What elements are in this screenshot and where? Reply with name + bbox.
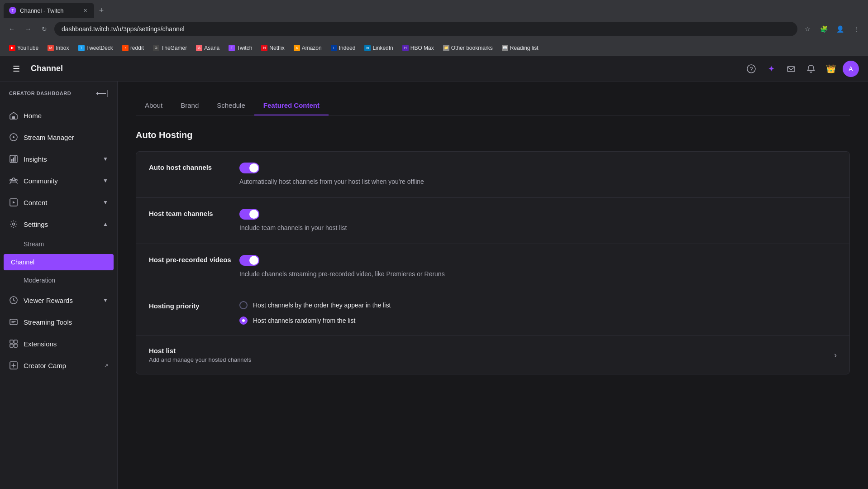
host-prerecorded-row: Host pre-recorded videos Include channel… (136, 244, 849, 290)
help-icon[interactable]: ? (743, 61, 759, 77)
bookmark-netflix[interactable]: N Netflix (258, 43, 288, 53)
sparks-icon[interactable]: ✦ (763, 61, 779, 77)
hosting-priority-content: Host channels by the order they appear i… (239, 301, 837, 325)
host-team-channels-toggle[interactable] (239, 209, 259, 220)
content-area: About Brand Schedule Featured Content (118, 82, 868, 389)
extensions-icon (9, 339, 18, 348)
bookmark-youtube[interactable]: ▶ YouTube (5, 43, 42, 53)
bookmark-linkedin[interactable]: in LinkedIn (361, 43, 396, 53)
tab-close-button[interactable]: ✕ (81, 7, 89, 14)
indeed-favicon: i (331, 45, 337, 51)
sidebar-item-content[interactable]: Content ▼ (0, 192, 117, 213)
avatar[interactable]: A (843, 61, 859, 77)
hosting-priority-radio-group: Host channels by the order they appear i… (239, 301, 837, 325)
crown-icon[interactable]: 👑 (823, 61, 839, 77)
address-input[interactable]: dashboard.twitch.tv/u/3pps/settings/chan… (54, 22, 797, 36)
sidebar-item-viewer-rewards[interactable]: Viewer Rewards ▼ (0, 289, 117, 311)
sidebar-item-creator-camp[interactable]: Creator Camp ↗ (0, 355, 117, 376)
tab-brand[interactable]: Brand (172, 96, 208, 115)
host-list-row[interactable]: Host list Add and manage your hosted cha… (136, 336, 849, 374)
sidebar-item-label-home: Home (24, 112, 42, 120)
twitch-favicon: T (229, 45, 235, 51)
sidebar-item-label-streaming-tools: Streaming Tools (24, 318, 72, 326)
settings-expand-arrow: ▲ (103, 221, 108, 227)
bookmark-twitch[interactable]: T Twitch (225, 43, 256, 53)
sidebar-subitem-moderation[interactable]: Moderation (0, 271, 117, 289)
sidebar-item-community[interactable]: Community ▼ (0, 170, 117, 192)
auto-host-channels-description: Automatically host channels from your ho… (239, 177, 837, 187)
bookmark-tweetdeck[interactable]: T TweetDeck (75, 43, 117, 53)
bookmark-indeed[interactable]: i Indeed (327, 43, 359, 53)
address-bar: ← → ↻ dashboard.twitch.tv/u/3pps/setting… (0, 18, 868, 40)
viewer-rewards-icon (9, 296, 18, 305)
bookmark-inbox[interactable]: M Inbox (44, 43, 72, 53)
bookmark-thegamer[interactable]: G TheGamer (149, 43, 191, 53)
browser-chrome: T Channel - Twitch ✕ + ← → ↻ dashboard.t… (0, 0, 868, 56)
host-prerecorded-toggle[interactable] (239, 255, 259, 266)
sidebar-item-extensions[interactable]: Extensions (0, 333, 117, 355)
svg-point-14 (13, 223, 15, 225)
sidebar-item-settings[interactable]: Settings ▲ (0, 213, 117, 235)
youtube-favicon: ▶ (9, 45, 15, 51)
avatar-initial: A (849, 65, 853, 72)
svg-rect-9 (14, 156, 16, 162)
host-prerecorded-label: Host pre-recorded videos (149, 255, 239, 264)
radio-item-order[interactable]: Host channels by the order they appear i… (239, 301, 837, 309)
app-layout: ☰ Channel ? ✦ 👑 A (0, 56, 868, 489)
toggle-track-team (239, 209, 259, 220)
host-team-channels-description: Include team channels in your host list (239, 223, 837, 233)
sidebar-item-streaming-tools[interactable]: Streaming Tools (0, 311, 117, 333)
radio-item-random[interactable]: Host channels randomly from the list (239, 316, 837, 325)
stream-manager-icon (9, 133, 18, 142)
sidebar-item-label-extensions: Extensions (24, 340, 57, 348)
top-bar: ☰ Channel ? ✦ 👑 A (0, 56, 868, 82)
sidebar-item-home[interactable]: Home (0, 105, 117, 126)
content-icon (9, 198, 18, 207)
hamburger-menu-button[interactable]: ☰ (9, 62, 24, 76)
svg-rect-7 (11, 159, 13, 162)
bookmark-asana[interactable]: A Asana (192, 43, 223, 53)
host-list-subtitle: Add and manage your hosted channels (149, 356, 834, 363)
bookmark-hbomax[interactable]: H HBO Max (399, 43, 438, 53)
svg-text:?: ? (749, 66, 753, 72)
sidebar-subitem-channel[interactable]: Channel (4, 254, 114, 270)
refresh-button[interactable]: ↻ (38, 23, 51, 35)
toggle-track-auto-host (239, 163, 259, 173)
profile-button[interactable]: 👤 (834, 23, 846, 35)
extensions-button[interactable]: 🧩 (817, 23, 830, 35)
host-team-channels-content: Include team channels in your host list (239, 209, 837, 233)
bookmark-reading-list[interactable]: 📖 Reading list (498, 43, 542, 53)
sidebar-item-stream-manager[interactable]: Stream Manager (0, 126, 117, 148)
home-icon (9, 111, 18, 120)
insights-expand-arrow: ▼ (103, 156, 108, 162)
svg-rect-20 (14, 344, 17, 347)
sidebar-subitem-stream[interactable]: Stream (0, 235, 117, 253)
bookmark-star[interactable]: ☆ (801, 23, 814, 35)
host-prerecorded-description: Include channels streaming pre-recorded … (239, 269, 837, 279)
forward-button[interactable]: → (22, 23, 34, 35)
notifications-icon[interactable] (803, 61, 819, 77)
menu-button[interactable]: ⋮ (850, 23, 863, 35)
browser-tab[interactable]: T Channel - Twitch ✕ (4, 3, 94, 18)
svg-point-11 (10, 179, 12, 181)
sidebar: CREATOR DASHBOARD ⟵| Home Stream Manager (0, 82, 118, 489)
bookmark-reddit[interactable]: r reddit (119, 43, 148, 53)
new-tab-button[interactable]: + (95, 4, 108, 17)
settings-card: Auto host channels Automatically host ch… (136, 151, 850, 374)
auto-host-channels-toggle[interactable] (239, 163, 259, 173)
mail-icon[interactable] (783, 61, 799, 77)
bookmark-other[interactable]: 📁 Other bookmarks (439, 43, 496, 53)
bookmark-amazon[interactable]: a Amazon (290, 43, 325, 53)
back-button[interactable]: ← (5, 23, 18, 35)
sidebar-header: CREATOR DASHBOARD ⟵| (0, 82, 117, 105)
settings-icon (9, 220, 18, 229)
tab-schedule[interactable]: Schedule (208, 96, 254, 115)
tab-about[interactable]: About (136, 96, 172, 115)
sidebar-collapse-button[interactable]: ⟵| (96, 89, 108, 97)
radio-circle-order (239, 301, 248, 309)
tab-bar: T Channel - Twitch ✕ + (0, 0, 868, 18)
radio-label-order: Host channels by the order they appear i… (253, 302, 391, 309)
sidebar-item-insights[interactable]: Insights ▼ (0, 148, 117, 170)
creator-camp-external-icon: ↗ (104, 363, 108, 369)
tab-featured-content[interactable]: Featured Content (254, 96, 329, 115)
